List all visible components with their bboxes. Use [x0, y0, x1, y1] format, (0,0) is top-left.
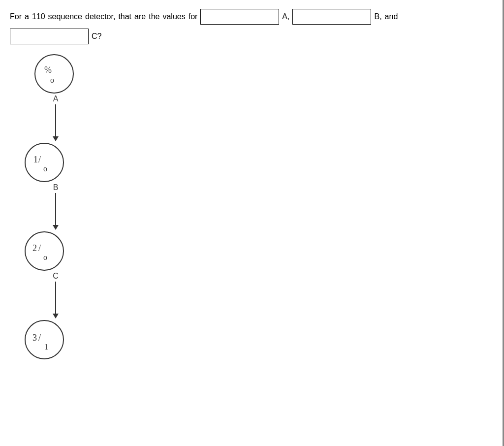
- arrow-A-label: A: [53, 95, 59, 103]
- diagram-area: % o A 1 / o B 2 / o C: [20, 54, 167, 399]
- arrow-B-head: [53, 225, 59, 230]
- label-B: B,: [374, 12, 381, 21]
- node-s0: % o: [34, 54, 74, 94]
- node-s1: 1 / o: [25, 143, 64, 182]
- text-a: a: [25, 12, 29, 21]
- label-A: A,: [282, 12, 289, 21]
- svg-text:3: 3: [32, 333, 37, 343]
- arrow-B-shaft: [55, 193, 56, 225]
- svg-text:1: 1: [33, 155, 38, 164]
- second-line: C?: [0, 25, 504, 44]
- text-that: that: [118, 12, 131, 21]
- svg-text:/: /: [38, 155, 41, 164]
- arrow-C-head: [53, 314, 59, 319]
- node-s0-label: % o: [39, 59, 69, 89]
- text-the: the: [149, 12, 159, 21]
- text-are: are: [134, 12, 146, 21]
- svg-text:o: o: [43, 164, 47, 173]
- label-C: C?: [92, 32, 101, 41]
- arrow-A-head: [53, 136, 59, 141]
- text-110: 110: [32, 12, 45, 21]
- node-s2-label: 2 / o: [30, 236, 59, 266]
- arrow-A: A: [53, 95, 59, 141]
- text-values: values: [162, 12, 185, 21]
- svg-text:%: %: [44, 65, 52, 75]
- node-s1-label: 1 / o: [30, 148, 59, 177]
- node-s3: 3 / 1: [25, 320, 64, 359]
- top-line: For a 110 sequence detector, that are th…: [0, 0, 504, 25]
- input-A[interactable]: [200, 9, 279, 25]
- text-and: and: [385, 12, 398, 21]
- arrow-C-label: C: [53, 272, 59, 281]
- text-for: For: [10, 12, 22, 21]
- svg-text:o: o: [43, 253, 47, 261]
- node-s3-label: 3 / 1: [30, 325, 59, 354]
- svg-text:/: /: [38, 243, 41, 253]
- arrow-B-label: B: [53, 183, 59, 192]
- input-C[interactable]: [10, 29, 89, 44]
- text-for: for: [189, 12, 198, 21]
- arrow-B: B: [53, 183, 59, 230]
- text-sequence: sequence: [48, 12, 82, 21]
- svg-text:o: o: [50, 76, 54, 84]
- arrow-C-shaft: [55, 282, 56, 314]
- svg-text:/: /: [38, 333, 41, 343]
- svg-text:1: 1: [44, 343, 48, 351]
- svg-text:2: 2: [32, 243, 37, 253]
- node-s2: 2 / o: [25, 231, 64, 271]
- arrow-C: C: [53, 272, 59, 319]
- input-B[interactable]: [292, 9, 371, 25]
- arrow-A-shaft: [55, 104, 56, 136]
- text-detector: detector,: [85, 12, 115, 21]
